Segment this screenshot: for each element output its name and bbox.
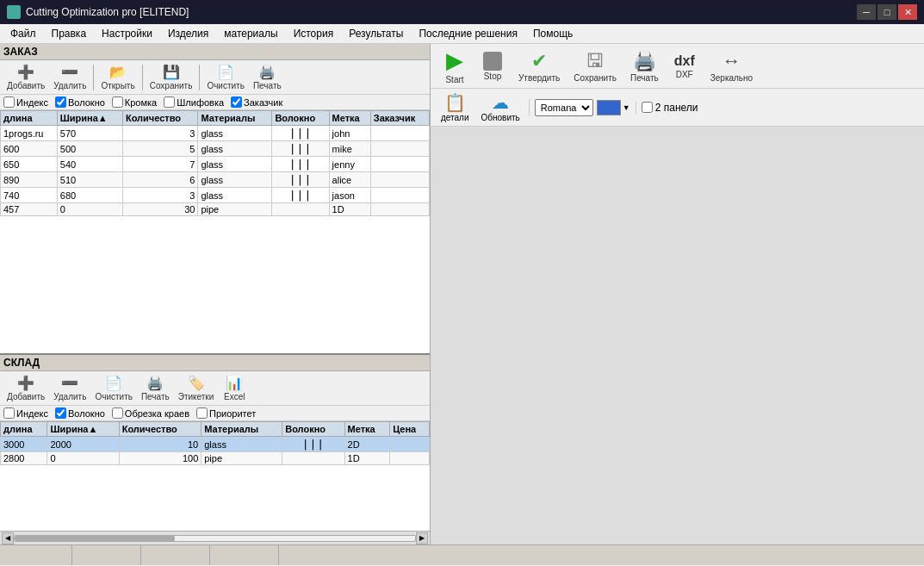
- cell-length: 890: [1, 172, 58, 188]
- cell-qty: 3: [122, 126, 197, 141]
- right-save-label: Сохранить: [574, 73, 617, 83]
- cell-material: pipe: [198, 203, 272, 216]
- table-row[interactable]: 600 500 5 glass ||| mike: [1, 141, 430, 157]
- cell-length: 600: [1, 141, 58, 157]
- menu-results[interactable]: Результаты: [342, 26, 410, 41]
- update-button[interactable]: ☁ Обновить: [478, 90, 524, 124]
- stock-clear-button[interactable]: 📄 Очистить: [91, 373, 136, 403]
- menu-recent[interactable]: Последние решения: [412, 26, 524, 41]
- dxf-button[interactable]: dxf DXF: [667, 52, 702, 81]
- col-fiber: Волокно: [272, 111, 329, 126]
- stock-add-button[interactable]: ➕ Добавить: [3, 373, 48, 403]
- stock-labels-label: Этикетки: [178, 392, 214, 401]
- start-label: Start: [445, 75, 463, 84]
- scrollbar-track[interactable]: [14, 535, 416, 542]
- stock-labels-button[interactable]: 🏷️ Этикетки: [175, 373, 218, 403]
- menu-file[interactable]: Файл: [3, 26, 43, 41]
- col-customer: Заказчик: [370, 111, 429, 126]
- cell-price: [390, 437, 430, 452]
- menu-products[interactable]: Изделия: [161, 26, 215, 41]
- cell-material: glass: [198, 157, 272, 172]
- stock-trim-checkbox[interactable]: Обрезка краев: [112, 407, 189, 419]
- stock-priority-checkbox[interactable]: Приоритет: [196, 407, 256, 419]
- scroll-left-arrow[interactable]: ◀: [2, 532, 14, 544]
- stock-col-qty: Количество: [119, 422, 202, 437]
- cell-width: 2000: [47, 437, 119, 452]
- maximize-button[interactable]: □: [877, 4, 896, 20]
- cell-label: mike: [329, 141, 370, 157]
- order-save-button[interactable]: 💾 Сохранить: [146, 62, 196, 92]
- table-row[interactable]: 3000 2000 10 glass ||| 2D: [1, 437, 430, 452]
- close-button[interactable]: ✕: [898, 4, 917, 20]
- menu-bar: Файл Правка Настройки Изделия материалы …: [0, 24, 924, 44]
- print-icon: 🖨️: [258, 64, 276, 80]
- stock-section: СКЛАД ➕ Добавить ➖ Удалить 📄 Очистить 🖨️: [0, 355, 430, 544]
- table-row[interactable]: 650 540 7 glass ||| jenny: [1, 157, 430, 172]
- menu-help[interactable]: Помощь: [526, 26, 580, 41]
- order-section: ЗАКАЗ ➕ Добавить ➖ Удалить 📂 Открыть: [0, 44, 430, 355]
- order-delete-button[interactable]: ➖ Удалить: [50, 62, 90, 92]
- table-row[interactable]: 457 0 30 pipe 1D: [1, 203, 430, 216]
- order-clear-button[interactable]: 📄 Очистить: [203, 62, 248, 92]
- stock-delete-label: Удалить: [53, 392, 86, 401]
- stock-fiber-checkbox[interactable]: Волокно: [55, 407, 105, 419]
- add-icon: ➕: [17, 64, 34, 80]
- stock-print-button[interactable]: 🖨️ Печать: [138, 373, 173, 403]
- confirm-button[interactable]: ✔ Утвердить: [513, 48, 565, 84]
- cell-customer: [370, 126, 429, 141]
- color-dropdown[interactable]: ▼: [597, 100, 630, 115]
- order-open-button[interactable]: 📂 Открыть: [97, 62, 138, 92]
- order-toolbar: ➕ Добавить ➖ Удалить 📂 Открыть 💾 Сохрани…: [0, 60, 430, 95]
- right-save-button[interactable]: 🖫 Сохранить: [568, 48, 622, 84]
- stock-index-checkbox[interactable]: Индекс: [3, 407, 48, 419]
- table-row[interactable]: 2800 0 100 pipe 1D: [1, 452, 430, 465]
- order-customer-checkbox[interactable]: Заказчик: [231, 96, 282, 108]
- order-grind-checkbox[interactable]: Шлифовка: [164, 96, 224, 108]
- minimize-button[interactable]: ─: [857, 4, 876, 20]
- cell-material: glass: [198, 126, 272, 141]
- menu-settings[interactable]: Настройки: [95, 26, 159, 41]
- table-row[interactable]: 740 680 3 glass ||| jason: [1, 188, 430, 203]
- start-button[interactable]: ▶ Start: [437, 46, 472, 86]
- cell-length: 1progs.ru: [1, 126, 58, 141]
- cell-qty: 100: [119, 452, 202, 465]
- confirm-label: Утвердить: [518, 73, 560, 83]
- order-add-button[interactable]: ➕ Добавить: [3, 62, 48, 92]
- color-dropdown-arrow[interactable]: ▼: [623, 103, 630, 112]
- title-bar: Cutting Optimization pro [ELITEND] ─ □ ✕: [0, 0, 924, 24]
- details-button[interactable]: 📋 детали: [437, 90, 473, 124]
- table-row[interactable]: 1progs.ru 570 3 glass ||| john: [1, 126, 430, 141]
- stock-print-label: Печать: [141, 392, 170, 401]
- stock-print-icon: 🖨️: [146, 375, 164, 391]
- menu-edit[interactable]: Правка: [45, 26, 94, 41]
- cell-width: 0: [57, 203, 122, 216]
- toolbar-divider2: [142, 65, 143, 90]
- scrollbar-thumb[interactable]: [15, 536, 175, 541]
- stock-excel-button[interactable]: 📊 Excel: [219, 373, 250, 403]
- cell-length: 2800: [1, 452, 47, 465]
- order-edge-checkbox[interactable]: Кромка: [112, 96, 157, 108]
- status-bar: [0, 544, 924, 565]
- order-fiber-checkbox[interactable]: Волокно: [55, 96, 105, 108]
- menu-history[interactable]: История: [287, 26, 341, 41]
- cell-qty: 3: [122, 188, 197, 203]
- mirror-button[interactable]: ↔ Зеркально: [705, 48, 758, 84]
- stop-button[interactable]: Stop: [475, 50, 510, 83]
- menu-materials[interactable]: материалы: [217, 26, 284, 41]
- right-panel: ▶ Start Stop ✔ Утвердить 🖫 Сохранить 🖨️ …: [431, 44, 924, 544]
- stock-toolbar: ➕ Добавить ➖ Удалить 📄 Очистить 🖨️ Печат…: [0, 371, 430, 406]
- stock-scrollbar[interactable]: ◀ ▶: [0, 531, 430, 544]
- cell-width: 0: [47, 452, 119, 465]
- font-select[interactable]: Romana Arial Times: [535, 99, 593, 116]
- order-index-checkbox[interactable]: Индекс: [3, 96, 48, 108]
- cell-label: john: [329, 126, 370, 141]
- panels-checkbox[interactable]: [642, 102, 653, 113]
- cell-label: 1D: [329, 203, 370, 216]
- cell-fiber: |||: [272, 188, 329, 203]
- table-row[interactable]: 890 510 6 glass ||| alice: [1, 172, 430, 188]
- stock-delete-button[interactable]: ➖ Удалить: [50, 373, 90, 403]
- right-print-button[interactable]: 🖨️ Печать: [625, 48, 664, 84]
- window-title: Cutting Optimization pro [ELITEND]: [26, 6, 189, 18]
- order-print-button[interactable]: 🖨️ Печать: [250, 62, 285, 92]
- scroll-right-arrow[interactable]: ▶: [416, 532, 428, 544]
